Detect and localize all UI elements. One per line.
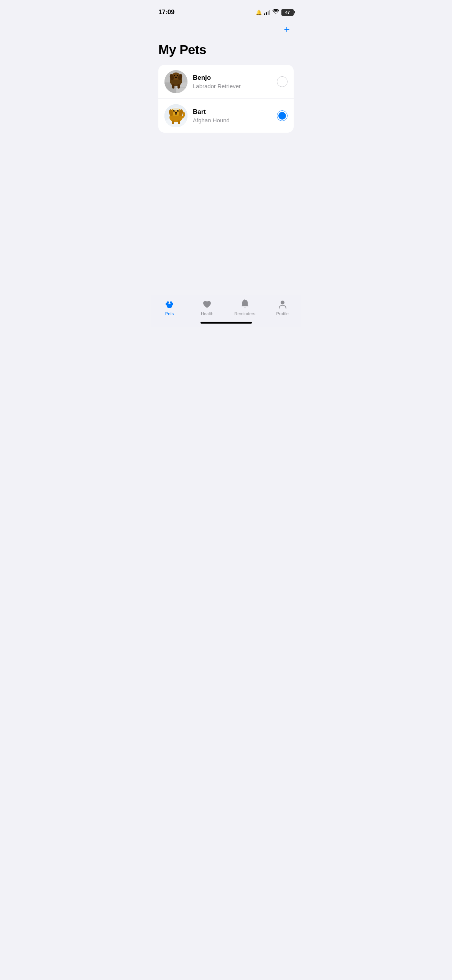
tab-reminders[interactable]: Reminders <box>226 299 264 316</box>
pet-name-bart: Bart <box>193 108 271 116</box>
pet-name-benjo: Benjo <box>193 74 271 82</box>
signal-icon <box>264 10 271 15</box>
add-icon: + <box>284 24 289 34</box>
svg-point-25 <box>178 110 179 111</box>
person-icon <box>277 299 288 310</box>
wifi-icon <box>273 9 279 16</box>
tab-health-label: Health <box>201 311 214 316</box>
svg-point-27 <box>173 107 179 110</box>
tab-profile-label: Profile <box>276 311 289 316</box>
home-indicator <box>201 322 252 324</box>
mute-icon: 🔔 <box>256 10 262 15</box>
radio-bart[interactable] <box>277 110 288 121</box>
radio-benjo[interactable] <box>277 76 288 87</box>
bart-avatar-image <box>164 104 187 127</box>
add-pet-button[interactable]: + <box>280 22 294 36</box>
pet-item-benjo[interactable]: Benjo Labrador Retriever <box>158 65 294 99</box>
pet-info-bart: Bart Afghan Hound <box>193 108 271 123</box>
tab-reminders-label: Reminders <box>234 311 255 316</box>
pet-info-benjo: Benjo Labrador Retriever <box>193 74 271 89</box>
benjo-avatar-image <box>164 70 187 93</box>
pet-avatar-benjo <box>164 70 187 93</box>
pets-list-card: Benjo Labrador Retriever <box>158 65 294 133</box>
status-bar: 17:09 🔔 47 <box>151 0 301 19</box>
pet-breed-bart: Afghan Hound <box>193 117 271 123</box>
status-time: 17:09 <box>158 8 174 16</box>
svg-point-26 <box>175 112 177 114</box>
svg-point-34 <box>170 301 172 304</box>
svg-point-33 <box>167 301 169 304</box>
header: + <box>151 19 301 42</box>
pet-item-bart[interactable]: Bart Afghan Hound <box>158 99 294 133</box>
svg-point-11 <box>175 77 177 78</box>
tab-health[interactable]: Health <box>188 299 226 316</box>
svg-rect-29 <box>178 120 180 124</box>
paw-icon <box>164 299 175 310</box>
svg-point-24 <box>174 110 175 111</box>
svg-rect-12 <box>172 84 174 89</box>
svg-point-35 <box>281 301 284 304</box>
tab-pets-label: Pets <box>165 311 174 316</box>
pet-avatar-bart <box>164 104 187 127</box>
page-title: My Pets <box>151 42 301 65</box>
heart-icon <box>202 299 212 310</box>
tab-profile[interactable]: Profile <box>264 299 301 316</box>
svg-rect-13 <box>178 84 180 89</box>
svg-point-10 <box>177 75 178 76</box>
svg-rect-28 <box>172 120 174 124</box>
status-icons: 🔔 47 <box>256 9 294 16</box>
battery-icon: 47 <box>281 9 294 16</box>
svg-point-9 <box>174 75 175 76</box>
bell-icon <box>240 299 250 310</box>
tab-pets[interactable]: Pets <box>151 299 188 316</box>
pet-breed-benjo: Labrador Retriever <box>193 83 271 89</box>
